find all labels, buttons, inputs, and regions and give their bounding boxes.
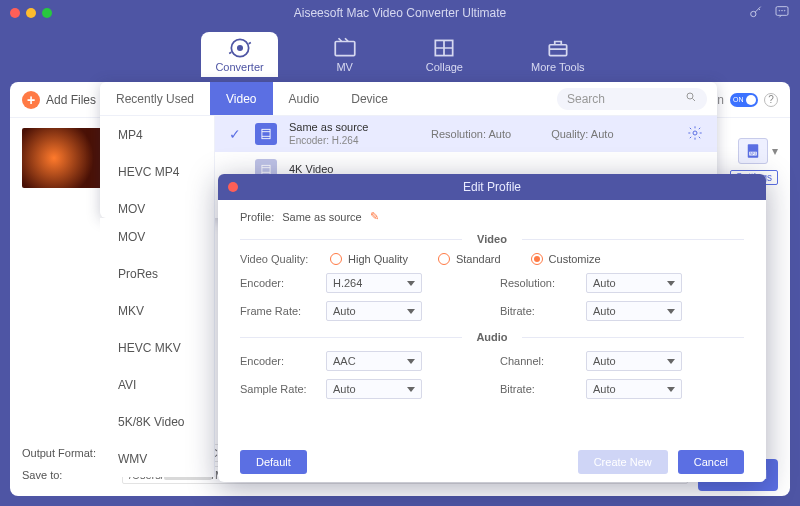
tab-audio[interactable]: Audio	[273, 82, 336, 115]
sidebar-item-prores[interactable]: ProRes	[100, 255, 214, 292]
mp4-file-icon: MP4	[743, 142, 763, 160]
tab-mv[interactable]: MV	[318, 32, 372, 77]
edit-profile-modal: Edit Profile Profile: Same as source ✎ V…	[218, 174, 766, 482]
tab-device[interactable]: Device	[335, 82, 404, 115]
svg-point-6	[237, 45, 241, 49]
audio-channel-label: Channel:	[500, 355, 586, 367]
audio-channel-dropdown[interactable]: Auto	[586, 351, 682, 371]
cancel-button[interactable]: Cancel	[678, 450, 744, 474]
chevron-down-icon	[407, 309, 415, 314]
tab-label: MV	[336, 61, 353, 73]
collage-icon	[431, 38, 457, 58]
audio-encoder-dropdown[interactable]: AAC	[326, 351, 422, 371]
tab-converter[interactable]: Converter	[201, 32, 277, 77]
chevron-down-icon	[407, 387, 415, 392]
tab-video[interactable]: Video	[210, 82, 272, 115]
tab-collage[interactable]: Collage	[412, 32, 477, 77]
audio-section-header: Audio	[240, 331, 744, 343]
modal-title: Edit Profile	[248, 180, 756, 194]
chevron-down-icon[interactable]: ▾	[772, 144, 778, 158]
output-format-label: Output Format:	[22, 447, 112, 459]
chooser-tabs: Recently Used Video Audio Device Search	[100, 82, 717, 116]
video-section-header: Video	[240, 233, 744, 245]
chevron-down-icon	[667, 387, 675, 392]
svg-point-13	[687, 93, 693, 99]
key-icon[interactable]	[748, 4, 764, 23]
close-icon[interactable]	[228, 182, 238, 192]
svg-point-3	[782, 10, 783, 11]
add-files-label: Add Files	[46, 93, 96, 107]
audio-encoder-label: Encoder:	[240, 355, 326, 367]
chevron-down-icon	[407, 281, 415, 286]
minimize-window-button[interactable]	[26, 8, 36, 18]
edit-icon[interactable]: ✎	[370, 210, 379, 223]
acceleration-toggle[interactable]: ON	[730, 93, 758, 107]
video-resolution-dropdown[interactable]: Auto	[586, 273, 682, 293]
radio-standard[interactable]: Standard	[438, 253, 501, 265]
chevron-down-icon	[667, 309, 675, 314]
sidebar-item-avi[interactable]: AVI	[100, 366, 214, 403]
profile-quality: Quality: Auto	[551, 128, 613, 140]
video-encoder-label: Encoder:	[240, 277, 326, 289]
video-bitrate-label: Bitrate:	[500, 305, 586, 317]
audio-samplerate-label: Sample Rate:	[240, 383, 326, 395]
output-format-button[interactable]: MP4	[738, 138, 768, 164]
feedback-icon[interactable]	[774, 4, 790, 23]
save-to-label: Save to:	[22, 469, 112, 481]
profile-resolution: Resolution: Auto	[431, 128, 511, 140]
video-framerate-label: Frame Rate:	[240, 305, 326, 317]
search-placeholder: Search	[567, 92, 605, 106]
profile-title: Same as source	[289, 121, 419, 134]
search-icon	[685, 91, 697, 106]
video-encoder-dropdown[interactable]: H.264	[326, 273, 422, 293]
video-thumbnail[interactable]	[22, 128, 102, 188]
radio-high-quality[interactable]: High Quality	[330, 253, 408, 265]
chevron-down-icon	[667, 281, 675, 286]
chevron-down-icon	[667, 359, 675, 364]
tab-more-tools[interactable]: More Tools	[517, 32, 599, 77]
svg-point-15	[693, 131, 697, 135]
gear-icon[interactable]	[687, 125, 703, 143]
default-button[interactable]: Default	[240, 450, 307, 474]
radio-customize[interactable]: Customize	[531, 253, 601, 265]
sidebar-item-mp4[interactable]: MP4	[100, 116, 214, 153]
help-icon[interactable]: ?	[764, 93, 778, 107]
sidebar-item-hevc-mp4[interactable]: HEVC MP4	[100, 153, 214, 190]
sidebar-item-mov[interactable]: MOV	[100, 218, 214, 255]
sidebar-item-5k8k[interactable]: 5K/8K Video	[100, 403, 214, 440]
modal-footer: Default Create New Cancel	[218, 442, 766, 482]
plus-icon: +	[22, 91, 40, 109]
sidebar-item-wmv[interactable]: WMV	[100, 440, 214, 477]
toolbox-icon	[545, 38, 571, 58]
video-bitrate-dropdown[interactable]: Auto	[586, 301, 682, 321]
profile-row[interactable]: ✓ Same as source Encoder: H.264 Resoluti…	[215, 116, 717, 152]
tab-recently-used[interactable]: Recently Used	[100, 82, 210, 115]
sidebar-item-mkv[interactable]: MKV	[100, 292, 214, 329]
converter-icon	[227, 38, 253, 58]
sidebar-item-hevc-mkv[interactable]: HEVC MKV	[100, 329, 214, 366]
tab-label: Converter	[215, 61, 263, 73]
profile-icon	[255, 123, 277, 145]
chevron-down-icon	[407, 359, 415, 364]
audio-samplerate-dropdown[interactable]: Auto	[326, 379, 422, 399]
video-framerate-dropdown[interactable]: Auto	[326, 301, 422, 321]
mv-icon	[332, 38, 358, 58]
profile-sub: Encoder: H.264	[289, 135, 419, 147]
search-input[interactable]: Search	[557, 88, 707, 110]
svg-point-0	[751, 11, 756, 16]
zoom-window-button[interactable]	[42, 8, 52, 18]
add-files-button[interactable]: + Add Files ▾	[22, 91, 111, 109]
window-controls	[10, 8, 52, 18]
svg-rect-14	[262, 129, 270, 138]
audio-bitrate-dropdown[interactable]: Auto	[586, 379, 682, 399]
profile-label: Profile:	[240, 211, 274, 223]
tab-label: More Tools	[531, 61, 585, 73]
svg-rect-9	[549, 44, 566, 55]
main-tabs: Converter MV Collage More Tools	[0, 26, 800, 82]
svg-point-2	[779, 10, 780, 11]
create-new-button[interactable]: Create New	[578, 450, 668, 474]
video-quality-label: Video Quality:	[240, 253, 326, 265]
svg-rect-7	[335, 41, 355, 55]
audio-bitrate-label: Bitrate:	[500, 383, 586, 395]
close-window-button[interactable]	[10, 8, 20, 18]
